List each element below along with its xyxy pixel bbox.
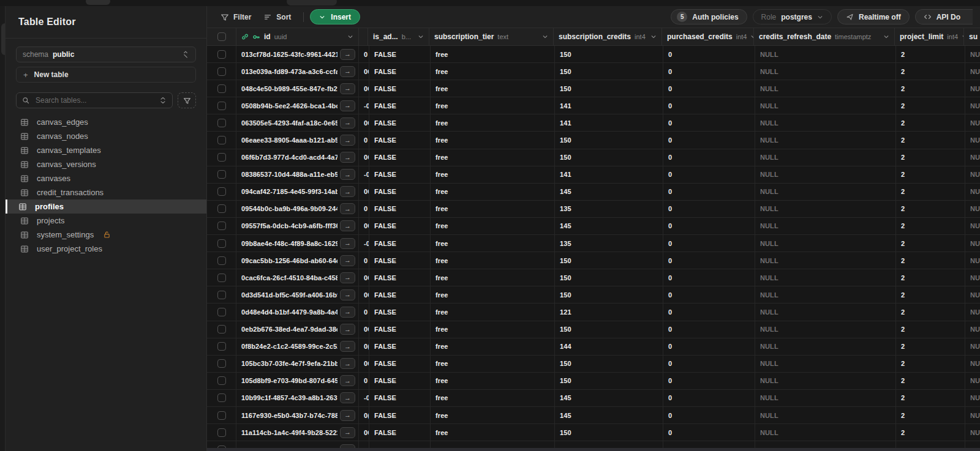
cell-clip[interactable]: 0C — [359, 149, 369, 166]
cell-clip[interactable]: 0 — [359, 201, 369, 217]
id-cell[interactable]: 06f6b7d3-977d-4cd0-acd4-4a78...→ — [236, 149, 359, 166]
sidebar-item-canvases[interactable]: canvases — [6, 171, 206, 185]
id-cell[interactable]: 063505e5-4293-4faf-a18c-0e65b...→ — [236, 114, 359, 131]
search-tables-input[interactable] — [34, 95, 154, 105]
id-cell[interactable]: 013cf78d-1625-43fc-9961-442189...→ — [236, 46, 359, 62]
expand-row-button[interactable]: → — [340, 186, 355, 197]
id-cell[interactable]: 09544b0c-ba9b-496a-9b09-244...→ — [236, 201, 359, 217]
cell-sub_credits[interactable]: 141 — [555, 114, 663, 131]
cell-is_admin[interactable]: FALSE — [369, 80, 431, 97]
id-cell[interactable]: 094caf42-7185-4e45-99f3-14abee...→ — [236, 184, 359, 200]
cell-limit[interactable]: 2 — [896, 252, 965, 269]
cell-refresh[interactable]: NULL — [755, 338, 896, 355]
cell-limit[interactable]: 2 — [896, 407, 965, 423]
cell-refresh[interactable]: NULL — [755, 80, 896, 97]
cell-limit[interactable]: 2 — [896, 184, 965, 200]
new-table-button[interactable]: + New table — [16, 67, 196, 83]
cell-tier[interactable]: free — [431, 252, 555, 269]
row-checkbox[interactable] — [217, 376, 226, 385]
cell-tier[interactable]: free — [431, 218, 555, 234]
cell-tier[interactable]: free — [431, 201, 555, 217]
cell-sub_credits[interactable]: 150 — [555, 80, 663, 97]
cell-tier[interactable]: free — [431, 132, 555, 148]
cell-clip[interactable]: 0C — [359, 63, 369, 80]
cell-trailing[interactable]: NULL — [965, 356, 980, 372]
cell-refresh[interactable]: NULL — [755, 407, 896, 423]
cell-tier[interactable]: free — [431, 321, 555, 338]
row-checkbox[interactable] — [217, 428, 226, 437]
column-header-clipped[interactable]: su — [964, 28, 980, 45]
cell-tier[interactable]: free — [431, 97, 555, 114]
cell-clip[interactable]: 0C — [359, 356, 369, 372]
cell-refresh[interactable]: NULL — [755, 132, 896, 148]
api-docs-button[interactable]: API Do — [915, 9, 973, 24]
cell-limit[interactable]: 2 — [896, 424, 965, 441]
cell-tier[interactable]: free — [431, 46, 555, 62]
cell-trailing[interactable]: NULL — [965, 97, 980, 114]
cell-sub_credits[interactable]: 150 — [555, 269, 663, 286]
row-checkbox[interactable] — [217, 274, 226, 282]
cell-tier[interactable]: free — [431, 407, 555, 423]
row-checkbox[interactable] — [217, 136, 226, 144]
cell-refresh[interactable]: NULL — [755, 304, 896, 320]
cell-is_admin[interactable]: FALSE — [369, 424, 431, 441]
cell-purchased[interactable]: 0 — [663, 63, 755, 80]
cell-trailing[interactable]: NULL — [965, 184, 980, 200]
cell-limit[interactable]: 2 — [896, 235, 965, 252]
row-checkbox[interactable] — [217, 67, 226, 76]
cell-clip[interactable]: 0C — [359, 321, 369, 338]
sidebar-item-canvas_templates[interactable]: canvas_templates — [6, 143, 206, 157]
id-cell[interactable]: 013e039a-fd89-473a-a3c6-ccfa9...→ — [236, 63, 359, 80]
expand-row-button[interactable]: → — [340, 220, 355, 231]
cell-purchased[interactable]: 0 — [663, 338, 755, 355]
cell-refresh[interactable]: NULL — [755, 97, 896, 114]
row-checkbox[interactable] — [217, 153, 226, 162]
sidebar-item-canvas_nodes[interactable]: canvas_nodes — [6, 129, 206, 143]
row-checkbox[interactable] — [217, 50, 226, 59]
id-cell[interactable]: 105bc3b7-03fe-4e7f-9efa-21bb40...→ — [236, 356, 359, 372]
cell-purchased[interactable]: 0 — [663, 390, 755, 406]
expand-row-button[interactable]: → — [340, 341, 355, 352]
row-checkbox[interactable] — [217, 256, 226, 265]
id-cell[interactable]: 11a114cb-1a4c-49f4-9b28-52219ec...→ — [236, 424, 359, 441]
cell-trailing[interactable]: NULL — [965, 321, 980, 338]
cell-refresh[interactable]: NULL — [755, 218, 896, 234]
cell-purchased[interactable]: 0 — [663, 97, 755, 114]
cell-tier[interactable]: free — [431, 235, 555, 252]
cell-is_admin[interactable]: FALSE — [369, 321, 431, 338]
expand-row-button[interactable]: → — [340, 324, 355, 335]
expand-row-button[interactable]: → — [340, 410, 355, 421]
cell-clip[interactable]: -0 — [359, 235, 369, 252]
id-cell[interactable]: 0cac6fca-26cf-4510-84ba-c4580...→ — [236, 269, 359, 286]
cell-refresh[interactable]: NULL — [755, 269, 896, 286]
cell-trailing[interactable]: NULL — [965, 304, 980, 320]
cell-sub_credits[interactable]: 150 — [555, 373, 663, 389]
select-all-checkbox[interactable] — [217, 32, 226, 41]
cell-tier[interactable]: free — [431, 149, 555, 166]
id-cell[interactable]: 08386537-10d4-488a-a11e-eb5a6...→ — [236, 166, 359, 183]
cell-purchased[interactable]: 0 — [663, 80, 755, 97]
realtime-toggle-button[interactable]: Realtime off — [837, 9, 910, 24]
cell-purchased[interactable]: 0 — [663, 235, 755, 252]
cell-is_admin[interactable]: FALSE — [369, 149, 431, 166]
cell-clip[interactable]: 0C — [359, 184, 369, 200]
row-checkbox[interactable] — [217, 342, 226, 351]
cell-tier[interactable]: free — [431, 269, 555, 286]
cell-tier[interactable]: free — [431, 390, 555, 406]
cell-limit[interactable]: 2 — [896, 149, 965, 166]
cell-purchased[interactable]: 0 — [663, 286, 755, 303]
cell-trailing[interactable]: NULL — [965, 149, 980, 166]
sidebar-item-user_project_roles[interactable]: user_project_roles — [6, 242, 206, 256]
expand-row-button[interactable]: → — [340, 255, 355, 266]
cell-purchased[interactable]: 0 — [663, 424, 755, 441]
cell-trailing[interactable]: NULL — [965, 80, 980, 97]
cell-trailing[interactable]: NULL — [965, 252, 980, 269]
expand-row-button[interactable]: → — [340, 272, 355, 283]
cell-clip[interactable]: 0( — [359, 407, 369, 423]
cell-limit[interactable]: 2 — [896, 80, 965, 97]
cell-is_admin[interactable]: FALSE — [369, 184, 431, 200]
cell-limit[interactable]: 2 — [896, 286, 965, 303]
schema-select[interactable]: schema public — [16, 47, 196, 62]
cell-is_admin[interactable]: FALSE — [369, 218, 431, 234]
cell-sub_credits[interactable]: 145 — [555, 390, 663, 406]
